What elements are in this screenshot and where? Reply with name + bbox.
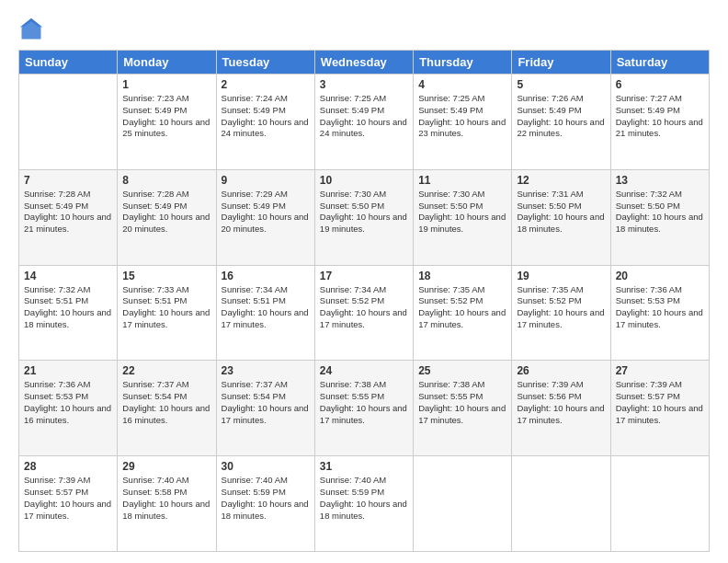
- calendar-cell: 6Sunrise: 7:27 AM Sunset: 5:49 PM Daylig…: [610, 75, 709, 170]
- day-number: 25: [418, 364, 506, 377]
- day-info: Sunrise: 7:23 AM Sunset: 5:49 PM Dayligh…: [122, 93, 210, 140]
- day-header-sunday: Sunday: [19, 51, 118, 75]
- day-number: 22: [122, 364, 210, 377]
- calendar-cell: 23Sunrise: 7:37 AM Sunset: 5:54 PM Dayli…: [216, 361, 314, 456]
- day-header-saturday: Saturday: [610, 51, 709, 75]
- day-info: Sunrise: 7:29 AM Sunset: 5:49 PM Dayligh…: [222, 189, 310, 236]
- day-number: 21: [24, 364, 112, 377]
- calendar-cell: 9Sunrise: 7:29 AM Sunset: 5:49 PM Daylig…: [216, 169, 314, 265]
- calendar-cell: 28Sunrise: 7:39 AM Sunset: 5:57 PM Dayli…: [19, 456, 118, 552]
- day-info: Sunrise: 7:30 AM Sunset: 5:50 PM Dayligh…: [320, 189, 408, 236]
- calendar-cell: 15Sunrise: 7:33 AM Sunset: 5:51 PM Dayli…: [118, 265, 216, 361]
- day-number: 29: [122, 460, 210, 473]
- calendar-cell: [512, 456, 610, 552]
- calendar-week-row: 28Sunrise: 7:39 AM Sunset: 5:57 PM Dayli…: [19, 456, 710, 552]
- calendar-cell: 16Sunrise: 7:34 AM Sunset: 5:51 PM Dayli…: [216, 265, 314, 361]
- day-header-wednesday: Wednesday: [314, 51, 413, 75]
- day-number: 30: [222, 460, 310, 473]
- day-number: 31: [320, 460, 408, 473]
- logo: [18, 17, 48, 42]
- calendar-cell: 10Sunrise: 7:30 AM Sunset: 5:50 PM Dayli…: [314, 169, 413, 265]
- calendar-cell: 5Sunrise: 7:26 AM Sunset: 5:49 PM Daylig…: [512, 75, 610, 170]
- calendar-cell: 30Sunrise: 7:40 AM Sunset: 5:59 PM Dayli…: [216, 456, 314, 552]
- day-number: 3: [320, 78, 408, 91]
- day-number: 28: [24, 460, 112, 473]
- day-number: 17: [320, 270, 408, 282]
- day-number: 20: [616, 270, 704, 282]
- calendar-cell: 2Sunrise: 7:24 AM Sunset: 5:49 PM Daylig…: [216, 75, 314, 170]
- calendar-cell: 14Sunrise: 7:32 AM Sunset: 5:51 PM Dayli…: [19, 265, 118, 361]
- day-number: 6: [616, 78, 704, 91]
- page: SundayMondayTuesdayWednesdayThursdayFrid…: [0, 0, 728, 563]
- day-info: Sunrise: 7:39 AM Sunset: 5:57 PM Dayligh…: [616, 379, 704, 426]
- day-info: Sunrise: 7:34 AM Sunset: 5:52 PM Dayligh…: [320, 284, 408, 331]
- day-number: 13: [616, 174, 704, 187]
- calendar-week-row: 21Sunrise: 7:36 AM Sunset: 5:53 PM Dayli…: [19, 361, 710, 456]
- day-info: Sunrise: 7:37 AM Sunset: 5:54 PM Dayligh…: [222, 379, 310, 426]
- day-info: Sunrise: 7:27 AM Sunset: 5:49 PM Dayligh…: [616, 93, 704, 140]
- calendar-cell: 31Sunrise: 7:40 AM Sunset: 5:59 PM Dayli…: [314, 456, 413, 552]
- calendar-cell: [19, 75, 118, 170]
- day-info: Sunrise: 7:34 AM Sunset: 5:51 PM Dayligh…: [222, 284, 310, 331]
- day-number: 5: [517, 78, 605, 91]
- calendar-cell: 19Sunrise: 7:35 AM Sunset: 5:52 PM Dayli…: [512, 265, 610, 361]
- calendar-cell: 25Sunrise: 7:38 AM Sunset: 5:55 PM Dayli…: [414, 361, 512, 456]
- day-header-monday: Monday: [118, 51, 216, 75]
- calendar-cell: [414, 456, 512, 552]
- calendar-cell: 26Sunrise: 7:39 AM Sunset: 5:56 PM Dayli…: [512, 361, 610, 456]
- day-info: Sunrise: 7:36 AM Sunset: 5:53 PM Dayligh…: [616, 284, 704, 331]
- calendar: SundayMondayTuesdayWednesdayThursdayFrid…: [18, 50, 710, 552]
- day-info: Sunrise: 7:39 AM Sunset: 5:57 PM Dayligh…: [24, 475, 112, 522]
- day-number: 11: [418, 174, 506, 187]
- day-info: Sunrise: 7:24 AM Sunset: 5:49 PM Dayligh…: [222, 93, 310, 140]
- day-number: 2: [222, 78, 310, 91]
- calendar-cell: 17Sunrise: 7:34 AM Sunset: 5:52 PM Dayli…: [314, 265, 413, 361]
- day-info: Sunrise: 7:38 AM Sunset: 5:55 PM Dayligh…: [320, 379, 408, 426]
- svg-marker-0: [22, 20, 41, 40]
- calendar-cell: 1Sunrise: 7:23 AM Sunset: 5:49 PM Daylig…: [118, 75, 216, 170]
- day-info: Sunrise: 7:35 AM Sunset: 5:52 PM Dayligh…: [517, 284, 605, 331]
- day-number: 4: [418, 78, 506, 91]
- day-number: 12: [517, 174, 605, 187]
- calendar-header-row: SundayMondayTuesdayWednesdayThursdayFrid…: [19, 51, 710, 75]
- day-info: Sunrise: 7:39 AM Sunset: 5:56 PM Dayligh…: [517, 379, 605, 426]
- day-info: Sunrise: 7:30 AM Sunset: 5:50 PM Dayligh…: [418, 189, 506, 236]
- day-header-tuesday: Tuesday: [216, 51, 314, 75]
- day-info: Sunrise: 7:28 AM Sunset: 5:49 PM Dayligh…: [24, 189, 112, 236]
- header: [18, 17, 710, 42]
- calendar-cell: 20Sunrise: 7:36 AM Sunset: 5:53 PM Dayli…: [610, 265, 709, 361]
- day-number: 7: [24, 174, 112, 187]
- day-number: 26: [517, 364, 605, 377]
- calendar-cell: 22Sunrise: 7:37 AM Sunset: 5:54 PM Dayli…: [118, 361, 216, 456]
- day-number: 10: [320, 174, 408, 187]
- calendar-week-row: 1Sunrise: 7:23 AM Sunset: 5:49 PM Daylig…: [19, 75, 710, 170]
- calendar-cell: 4Sunrise: 7:25 AM Sunset: 5:49 PM Daylig…: [414, 75, 512, 170]
- calendar-cell: 21Sunrise: 7:36 AM Sunset: 5:53 PM Dayli…: [19, 361, 118, 456]
- calendar-cell: 13Sunrise: 7:32 AM Sunset: 5:50 PM Dayli…: [610, 169, 709, 265]
- day-number: 1: [122, 78, 210, 91]
- day-info: Sunrise: 7:33 AM Sunset: 5:51 PM Dayligh…: [122, 284, 210, 331]
- day-info: Sunrise: 7:31 AM Sunset: 5:50 PM Dayligh…: [517, 189, 605, 236]
- day-info: Sunrise: 7:36 AM Sunset: 5:53 PM Dayligh…: [24, 379, 112, 426]
- day-info: Sunrise: 7:32 AM Sunset: 5:50 PM Dayligh…: [616, 189, 704, 236]
- calendar-cell: 12Sunrise: 7:31 AM Sunset: 5:50 PM Dayli…: [512, 169, 610, 265]
- day-number: 8: [122, 174, 210, 187]
- day-number: 9: [222, 174, 310, 187]
- calendar-week-row: 14Sunrise: 7:32 AM Sunset: 5:51 PM Dayli…: [19, 265, 710, 361]
- calendar-cell: 24Sunrise: 7:38 AM Sunset: 5:55 PM Dayli…: [314, 361, 413, 456]
- day-number: 14: [24, 270, 112, 282]
- calendar-cell: 18Sunrise: 7:35 AM Sunset: 5:52 PM Dayli…: [414, 265, 512, 361]
- day-number: 27: [616, 364, 704, 377]
- day-info: Sunrise: 7:37 AM Sunset: 5:54 PM Dayligh…: [122, 379, 210, 426]
- day-number: 18: [418, 270, 506, 282]
- calendar-cell: 3Sunrise: 7:25 AM Sunset: 5:49 PM Daylig…: [314, 75, 413, 170]
- day-info: Sunrise: 7:28 AM Sunset: 5:49 PM Dayligh…: [122, 189, 210, 236]
- day-number: 23: [222, 364, 310, 377]
- day-info: Sunrise: 7:38 AM Sunset: 5:55 PM Dayligh…: [418, 379, 506, 426]
- calendar-cell: 27Sunrise: 7:39 AM Sunset: 5:57 PM Dayli…: [610, 361, 709, 456]
- calendar-cell: 11Sunrise: 7:30 AM Sunset: 5:50 PM Dayli…: [414, 169, 512, 265]
- day-header-thursday: Thursday: [414, 51, 512, 75]
- day-info: Sunrise: 7:35 AM Sunset: 5:52 PM Dayligh…: [418, 284, 506, 331]
- calendar-cell: 7Sunrise: 7:28 AM Sunset: 5:49 PM Daylig…: [19, 169, 118, 265]
- day-info: Sunrise: 7:40 AM Sunset: 5:58 PM Dayligh…: [122, 475, 210, 522]
